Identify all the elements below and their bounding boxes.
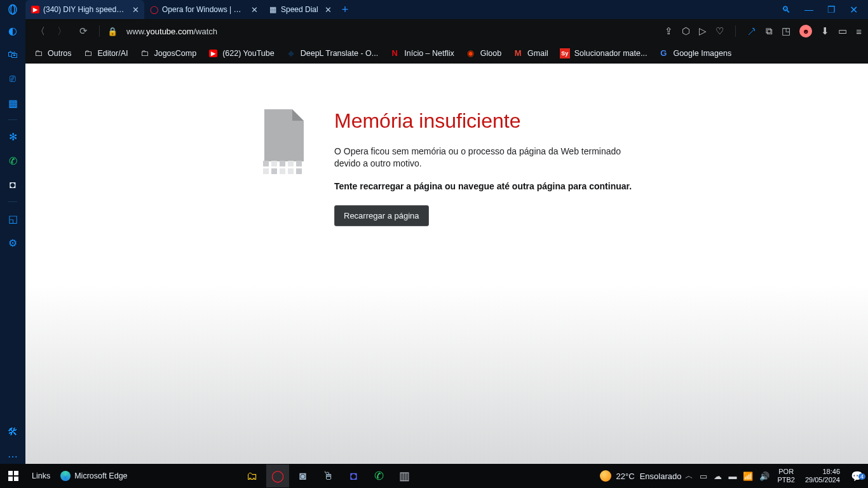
new-tab-button[interactable]: +	[337, 3, 354, 17]
cube-icon[interactable]: ◱	[5, 211, 20, 226]
tools-icon[interactable]: 🛠	[5, 424, 20, 440]
taskbar-edge[interactable]: Microsoft Edge	[55, 464, 132, 488]
onedrive-icon[interactable]: ☁	[714, 471, 722, 481]
folder-icon: 🗀	[139, 48, 149, 58]
lang-line2: PTB2	[777, 476, 795, 484]
titlebar: ▶ (340) DIY High speed elect ✕ ◯ Opera f…	[0, 0, 868, 19]
tab-title: (340) DIY High speed elect	[43, 5, 126, 14]
links-label: Links	[32, 471, 50, 480]
chip-icon[interactable]: ▩	[5, 95, 20, 111]
bookmark-label: Solucionador mate...	[574, 49, 648, 58]
battery-icon[interactable]: ▭	[838, 25, 847, 37]
bookmark-label: Outros	[48, 49, 72, 58]
settings-icon[interactable]: ⚙	[5, 235, 20, 250]
sun-icon	[600, 470, 611, 482]
reload-button[interactable]: ⟳	[75, 23, 92, 39]
bookmark-label: Gmail	[527, 49, 548, 58]
wifi-icon[interactable]: 📶	[743, 471, 753, 481]
forward-button[interactable]: 〉	[53, 23, 70, 39]
gmail-icon: M	[513, 48, 523, 58]
bookmark-gmail[interactable]: MGmail	[513, 48, 548, 58]
send-icon[interactable]: ▷	[699, 25, 707, 37]
folder-icon: 🗀	[33, 48, 43, 58]
error-page-icon	[264, 109, 310, 168]
cube2-icon[interactable]: ◳	[782, 25, 790, 37]
svg-rect-4	[8, 477, 13, 481]
discord-icon[interactable]: ◘	[5, 177, 20, 193]
weather-widget[interactable]: 22°C Ensolarado	[600, 470, 682, 482]
twitch-icon[interactable]: ⎚	[5, 71, 20, 86]
taskbar-links[interactable]: Links	[27, 464, 55, 488]
svg-rect-3	[14, 471, 18, 475]
system-tray[interactable]: ︿ ▭ ☁ ▬ 📶 🔊	[681, 470, 773, 482]
mouse-icon[interactable]: 🖱	[317, 464, 340, 487]
bookmark-deepl[interactable]: ◆DeepL Translate - O...	[286, 48, 379, 58]
bookmark-youtube[interactable]: ▶(622) YouTube	[208, 48, 275, 58]
lock-icon[interactable]: 🔒	[107, 27, 118, 36]
bookmark-netflix[interactable]: NInício – Netflix	[390, 48, 454, 58]
edge-label: Microsoft Edge	[74, 471, 127, 480]
back-button[interactable]: 〈	[32, 23, 48, 39]
close-icon[interactable]: ✕	[251, 5, 258, 15]
shop-icon[interactable]: 🛍	[5, 47, 20, 62]
error-hint: Tente recarregar a página ou navegue até…	[334, 181, 639, 191]
bookmark-label: JogosComp	[154, 49, 196, 58]
bookmark-gloob[interactable]: ◉Gloob	[466, 48, 501, 58]
whatsapp-taskbar-icon[interactable]: ✆	[368, 464, 391, 487]
reload-page-button[interactable]: Recarregar a página	[334, 205, 429, 226]
clock-time: 18:46	[822, 468, 840, 476]
ai-icon[interactable]: ✻	[5, 129, 20, 144]
menu-icon[interactable]: ≡	[856, 26, 862, 37]
pip-icon[interactable]: ⧉	[766, 25, 773, 37]
heart-icon[interactable]: ♡	[715, 25, 724, 37]
bookmark-outros[interactable]: 🗀Outros	[33, 48, 72, 58]
address-bar[interactable]: www.youtube.com/watch	[126, 27, 660, 36]
deepl-icon: ◆	[286, 48, 296, 58]
download-icon[interactable]: ⬇	[821, 25, 829, 37]
shield-icon[interactable]: ⬡	[682, 25, 690, 37]
chevron-up-icon[interactable]: ︿	[685, 470, 693, 482]
opera-logo-icon[interactable]	[0, 4, 25, 15]
grid-icon: ▦	[268, 5, 277, 14]
tab-1[interactable]: ▶ (340) DIY High speed elect ✕	[25, 0, 144, 19]
notifications-button[interactable]: 💬 4	[846, 470, 868, 482]
minimize-icon[interactable]: —	[804, 4, 813, 15]
edge-icon	[60, 471, 71, 481]
clock[interactable]: 18:46 29/05/2024	[799, 468, 846, 484]
opera-taskbar-icon[interactable]: ◯	[266, 464, 289, 487]
bookmark-google-imagens[interactable]: GGoogle Imagens	[658, 48, 731, 58]
maximize-icon[interactable]: ❐	[827, 4, 836, 15]
bookmark-jogoscomp[interactable]: 🗀JogosComp	[139, 48, 196, 58]
close-icon[interactable]: ✕	[325, 5, 332, 15]
bookmark-label: Gloob	[480, 49, 501, 58]
bookmark-editor-ai[interactable]: 🗀Editor/AI	[83, 48, 128, 58]
page-content: Memória insuficiente O Opera ficou sem m…	[25, 64, 868, 464]
share-icon[interactable]: ⇪	[665, 25, 673, 37]
app-icon[interactable]: ▥	[393, 464, 416, 487]
more-icon[interactable]: ⋯	[5, 449, 20, 464]
tray-icon-2[interactable]: ▬	[728, 471, 736, 481]
start-button[interactable]	[0, 471, 27, 481]
avatar[interactable]: ☻	[799, 25, 812, 37]
bookmark-label: Editor/AI	[98, 49, 128, 58]
language-indicator[interactable]: POR PTB2	[773, 468, 799, 484]
discord-taskbar-icon[interactable]: ◘	[342, 464, 365, 487]
google-icon: G	[658, 48, 668, 58]
tab-2[interactable]: ◯ Opera for Windows | Opera ✕	[144, 0, 263, 19]
steam-icon[interactable]: ◙	[292, 464, 315, 487]
cast-icon[interactable]: ⸕	[747, 26, 757, 37]
youtube-icon: ▶	[208, 48, 218, 58]
window-controls: 🔍︎ — ❐ ✕	[771, 4, 868, 16]
speed-icon[interactable]: ◐	[5, 23, 20, 38]
tab-3[interactable]: ▦ Speed Dial ✕	[263, 0, 337, 19]
bookmarks-bar: 🗀Outros 🗀Editor/AI 🗀JogosComp ▶(622) You…	[25, 43, 868, 64]
whatsapp-icon[interactable]: ✆	[5, 153, 20, 168]
explorer-icon[interactable]: 🗂	[241, 464, 264, 487]
volume-icon[interactable]: 🔊	[759, 471, 770, 481]
tray-icon[interactable]: ▭	[700, 471, 707, 481]
bookmark-solucionador[interactable]: SySolucionador mate...	[560, 48, 648, 58]
sidebar-rail: ◐ 🛍 ⎚ ▩ ✻ ✆ ◘ ◱ ⚙ 🛠 ⋯	[0, 19, 25, 464]
close-window-icon[interactable]: ✕	[850, 4, 858, 16]
search-icon[interactable]: 🔍︎	[782, 4, 790, 15]
close-icon[interactable]: ✕	[132, 5, 139, 15]
